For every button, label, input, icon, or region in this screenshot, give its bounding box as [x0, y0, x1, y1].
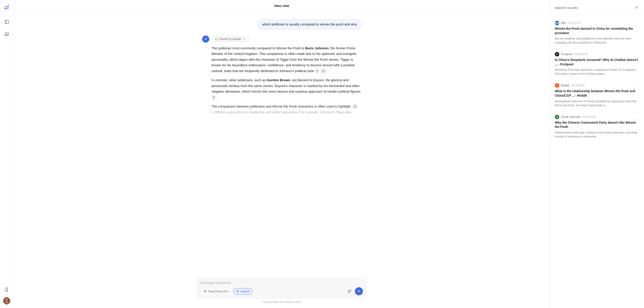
result-snippet: Some people make fun of China's presiden…	[555, 99, 640, 107]
input-tools-left: DeepThink (R1) Search	[200, 288, 253, 295]
result-title: Is China's DeepSeek censored? Why AI Cha…	[555, 58, 640, 66]
svg-point-16	[236, 290, 238, 292]
citation-9b[interactable]: 9	[212, 95, 216, 100]
input-placeholder: Message DeepSeek	[200, 281, 363, 285]
user-message: which politician is usually compared to …	[258, 19, 361, 30]
search-panel-header: Search results ✕	[550, 0, 644, 14]
paragraph-3: The comparison between politicians and W…	[212, 104, 361, 115]
sidebar	[0, 0, 14, 308]
svg-point-1	[4, 8, 5, 9]
result-source: DW	[561, 21, 566, 24]
search-panel: Search results ✕ DW DW 2017/07/19 1 Winn…	[550, 0, 644, 308]
svg-point-0	[3, 3, 11, 11]
user-avatar[interactable]	[3, 297, 10, 305]
assistant-header: Found 11 results	[202, 35, 361, 43]
source-icon: R	[555, 83, 559, 88]
result-number: 4	[634, 118, 635, 121]
result-title: Winnie-the-Pooh banned in China for rese…	[555, 26, 640, 35]
search-result-item[interactable]: S SAGE Journals 2020/12/06 4 Why the Chi…	[550, 111, 644, 143]
result-number: 2	[634, 56, 635, 59]
source-icon: DW	[555, 21, 559, 25]
search-result-item[interactable]: DW DW 2017/07/19 1 Winnie-the-Pooh banne…	[550, 17, 644, 48]
result-number: 1	[634, 24, 635, 27]
footer-note: AI-generated, for reference only	[263, 301, 300, 304]
assistant-message-container: Found 11 results The politician most com…	[197, 35, 367, 119]
result-source: Firstpost	[561, 53, 572, 56]
sidebar-toggle-btn[interactable]	[3, 18, 11, 26]
search-badge-label: Found 11 results	[219, 37, 241, 41]
citation-9[interactable]: 9	[315, 69, 319, 73]
search-results-list: DW DW 2017/07/19 1 Winnie-the-Pooh banne…	[550, 14, 644, 308]
expand-toggle[interactable]	[352, 104, 358, 109]
result-title: What is the relationship between Winnie …	[555, 89, 640, 98]
citation-11[interactable]: 11	[321, 69, 326, 73]
deepthink-btn[interactable]: DeepThink (R1)	[200, 288, 232, 295]
input-tools-right	[346, 287, 363, 295]
result-date: 2023/03/26	[571, 84, 584, 87]
svg-rect-3	[5, 20, 8, 24]
paragraph-3-container: The comparison between politicians and W…	[212, 104, 361, 115]
paragraph-1: The politician most commonly compared to…	[212, 45, 361, 74]
page-title: New chat	[274, 4, 289, 7]
search-results-badge[interactable]: Found 11 results	[212, 36, 249, 42]
search-label: Search	[240, 290, 250, 293]
new-chat-btn[interactable]	[3, 30, 11, 38]
user-message-container: which politician is usually compared to …	[197, 19, 367, 30]
app-logo[interactable]	[3, 3, 11, 11]
svg-point-2	[8, 5, 9, 6]
attachment-btn[interactable]	[346, 288, 353, 295]
message-input-box[interactable]: Message DeepSeek DeepThink (R1)	[197, 277, 367, 299]
result-snippet: But the headlines that grabbed the most …	[555, 37, 640, 45]
result-source: SAGE Journals	[561, 115, 580, 119]
result-snippet: Winnie the Pooh has often been compared …	[555, 68, 640, 76]
svg-point-10	[6, 299, 8, 301]
close-search-panel-btn[interactable]: ✕	[633, 4, 640, 11]
source-icon: S	[555, 115, 559, 119]
search-panel-title: Search results	[555, 6, 578, 9]
result-date: 2020/12/06	[582, 115, 596, 119]
search-btn[interactable]: Search	[233, 288, 253, 295]
input-area: Message DeepSeek DeepThink (R1)	[14, 274, 550, 308]
input-toolbar: DeepThink (R1) Search	[200, 287, 363, 295]
deepthink-label: DeepThink (R1)	[208, 290, 228, 293]
paragraph-2: In contrast, other politicians, such as …	[212, 77, 361, 100]
assistant-avatar	[202, 35, 209, 43]
svg-point-15	[237, 291, 238, 292]
search-result-item[interactable]: R Reddit 2023/03/26 3 What is the relati…	[550, 80, 644, 111]
result-date: 2017/07/19	[567, 21, 581, 24]
source-icon: F	[555, 52, 559, 56]
result-date: 2025/01/28	[574, 53, 588, 56]
send-btn[interactable]	[355, 287, 363, 295]
result-snippet: Starting seven years ago, Chinese social…	[555, 131, 640, 139]
assistant-text: The politician most commonly compared to…	[202, 45, 361, 119]
result-title: Why the Chinese Communist Party doesn't …	[555, 121, 640, 129]
result-number: 3	[634, 87, 635, 90]
header: New chat	[14, 0, 550, 11]
main-content: New chat which politician is usually com…	[14, 0, 550, 308]
chat-area: which politician is usually compared to …	[14, 11, 550, 308]
result-source: Reddit	[561, 84, 569, 87]
mobile-icon[interactable]	[3, 286, 11, 294]
search-result-item[interactable]: F Firstpost 2025/01/28 2 Is China's Deep…	[550, 48, 644, 80]
